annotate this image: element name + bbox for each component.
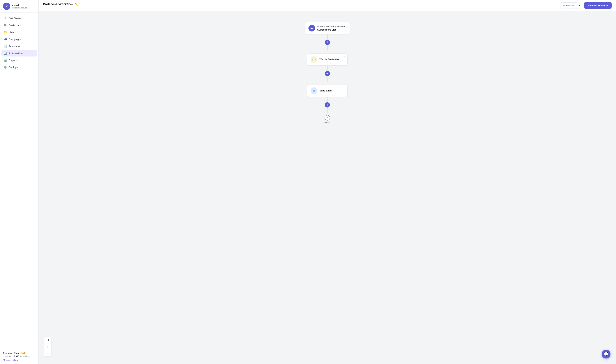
- email-node[interactable]: ✉ Send Email ···: [307, 85, 347, 97]
- sidebar-item-label: Get Started: [9, 17, 22, 20]
- avatar: V: [3, 3, 10, 10]
- add-step-button-1[interactable]: +: [325, 40, 330, 45]
- sidebar-item-lists[interactable]: 📁 Lists: [1, 29, 37, 36]
- header-actions: Paused ▾ Save Automation: [560, 2, 612, 9]
- sidebar-item-automation[interactable]: 🔄 Automation: [1, 50, 37, 56]
- workflow-canvas: ▶ When a contact is added toSubscribers …: [39, 11, 616, 364]
- main-content: Welcome Workflow ✏️ ................... …: [39, 0, 616, 364]
- sidebar-footer: Premium Plan trial Used 5 of 10,000 subs…: [0, 349, 38, 364]
- connector-line: [327, 107, 328, 113]
- email-node-container: ✉ Send Email ··· +: [307, 85, 347, 113]
- user-email: vishal@gmail.co...: [12, 7, 33, 9]
- get-started-icon: ⚡: [4, 17, 7, 20]
- paused-dropdown-button[interactable]: ▾: [577, 3, 582, 9]
- workflow-area: ▶ When a contact is added toSubscribers …: [39, 11, 616, 364]
- sidebar-item-label: Templates: [9, 45, 20, 48]
- email-node-text: Send Email: [320, 89, 332, 92]
- trigger-node-container: ▶ When a contact is added toSubscribers …: [305, 22, 350, 51]
- save-automation-button[interactable]: Save Automation: [584, 2, 612, 9]
- wait-node-menu[interactable]: ···: [343, 55, 346, 58]
- header-left: Welcome Workflow ✏️ ...................: [43, 2, 78, 9]
- finish-node: ✓ Finish: [324, 115, 330, 124]
- add-step-button-2[interactable]: +: [325, 71, 330, 76]
- sidebar-item-label: Lists: [9, 31, 14, 34]
- campaigns-icon: 📣: [4, 38, 7, 41]
- email-icon: ✉: [311, 87, 317, 94]
- zoom-reset-button[interactable]: ↺: [44, 337, 51, 344]
- sidebar-item-templates[interactable]: 🗒️ Templates: [1, 43, 37, 50]
- sidebar-item-reports[interactable]: 📊 Reports: [1, 57, 37, 64]
- sidebar-item-settings[interactable]: ⚙️ Settings: [1, 64, 37, 70]
- paused-button[interactable]: Paused: [560, 2, 577, 9]
- zoom-out-icon: −: [47, 352, 49, 355]
- sidebar: V vishal vishal@gmail.co... ▾ ⚡ Get Star…: [0, 0, 39, 364]
- reports-icon: 📊: [4, 59, 7, 62]
- finish-label: Finish: [324, 121, 330, 124]
- connector-line: [327, 34, 328, 40]
- paused-indicator: [563, 5, 565, 6]
- user-info: vishal vishal@gmail.co...: [12, 4, 33, 9]
- sidebar-item-label: Reports: [9, 59, 17, 62]
- chat-button[interactable]: 💬: [602, 350, 610, 358]
- finish-node-container: ✓ Finish: [324, 115, 330, 124]
- workflow-dots: ...................: [43, 6, 78, 9]
- chevron-down-icon: ▾: [579, 4, 580, 7]
- chevron-down-icon[interactable]: ▾: [34, 5, 36, 8]
- lists-icon: 📁: [4, 31, 7, 34]
- chat-icon: 💬: [604, 352, 608, 356]
- plan-usage: Used 5 of 10,000 subscribers: [3, 355, 36, 357]
- trial-badge: trial: [20, 352, 26, 354]
- sidebar-item-campaigns[interactable]: 📣 Campaigns: [1, 36, 37, 42]
- zoom-out-button[interactable]: −: [44, 350, 51, 356]
- sidebar-item-get-started[interactable]: ⚡ Get Started: [1, 15, 37, 22]
- add-step-button-3[interactable]: +: [325, 102, 330, 107]
- email-node-menu[interactable]: ···: [343, 86, 346, 89]
- edit-icon[interactable]: ✏️: [75, 3, 78, 6]
- zoom-controls: ↺ + −: [44, 337, 51, 357]
- zoom-in-button[interactable]: +: [44, 344, 51, 350]
- trigger-node-text: When a contact is added toSubscribers Li…: [317, 25, 346, 31]
- reset-icon: ↺: [47, 338, 49, 342]
- sidebar-header[interactable]: V vishal vishal@gmail.co... ▾: [0, 0, 38, 13]
- wait-node-text: Wait for 5 minutes: [320, 58, 339, 61]
- templates-icon: 🗒️: [4, 45, 7, 48]
- username: vishal: [12, 4, 33, 7]
- connector-line: [327, 45, 328, 51]
- sidebar-nav: ⚡ Get Started ⊞ Dashboard 📁 Lists 📣 Camp…: [0, 13, 38, 349]
- manage-billing-link[interactable]: Manage billing →: [3, 359, 36, 361]
- settings-icon: ⚙️: [4, 65, 7, 69]
- plan-label: Premium Plan: [3, 352, 19, 354]
- wait-node[interactable]: 🕐 Wait for 5 minutes ···: [307, 53, 347, 65]
- connector-line: [327, 65, 328, 71]
- dashboard-icon: ⊞: [4, 24, 7, 27]
- trigger-node[interactable]: ▶ When a contact is added toSubscribers …: [305, 22, 350, 34]
- sidebar-item-label: Settings: [9, 66, 18, 69]
- connector-line: [327, 76, 328, 82]
- automation-icon: 🔄: [4, 52, 7, 55]
- sidebar-item-label: Campaigns: [9, 38, 21, 41]
- connector-line: [327, 97, 328, 102]
- trigger-icon: ▶: [308, 25, 315, 31]
- wait-node-container: 🕐 Wait for 5 minutes ··· +: [307, 53, 347, 82]
- page-title: Welcome Workflow: [43, 2, 73, 6]
- finish-circle-icon: ✓: [325, 115, 330, 120]
- sidebar-item-label: Dashboard: [9, 24, 21, 27]
- wait-icon: 🕐: [311, 56, 317, 63]
- sidebar-item-label: Automation: [9, 52, 23, 55]
- zoom-in-icon: +: [47, 345, 49, 349]
- sidebar-item-dashboard[interactable]: ⊞ Dashboard: [1, 22, 37, 28]
- header: Welcome Workflow ✏️ ................... …: [39, 0, 616, 11]
